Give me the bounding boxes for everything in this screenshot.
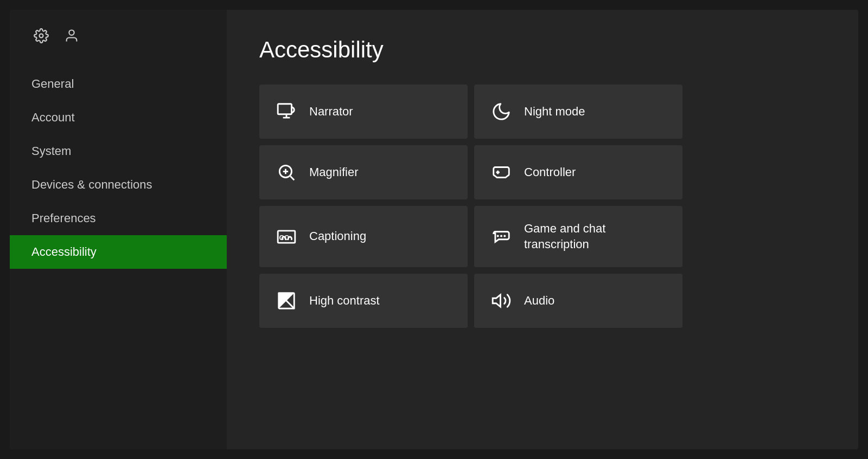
controller-label: Controller (524, 165, 576, 180)
sidebar-icons (10, 26, 227, 67)
svg-point-1 (69, 30, 74, 35)
svg-line-4 (290, 176, 294, 180)
main-container: General Account System Devices & connect… (10, 10, 858, 449)
accessibility-grid: Narrator Night mode (259, 85, 682, 328)
night-mode-button[interactable]: Night mode (474, 85, 682, 139)
sidebar-nav: General Account System Devices & connect… (10, 67, 227, 269)
outer-border: General Account System Devices & connect… (0, 0, 868, 459)
captioning-button[interactable]: CC Captioning (259, 206, 468, 267)
controller-icon (490, 161, 512, 183)
sidebar-item-accessibility[interactable]: Accessibility (10, 235, 227, 269)
sidebar-item-devices[interactable]: Devices & connections (10, 168, 227, 202)
high-contrast-label: High contrast (309, 293, 380, 309)
magnifier-icon (276, 161, 297, 183)
sidebar-item-general[interactable]: General (10, 67, 227, 101)
sidebar: General Account System Devices & connect… (10, 10, 227, 449)
svg-text:CC: CC (279, 234, 289, 241)
game-chat-transcription-icon (490, 226, 512, 248)
content-area: Accessibility Narrator (227, 10, 858, 449)
svg-rect-2 (278, 104, 291, 114)
high-contrast-button[interactable]: High contrast (259, 274, 468, 328)
svg-point-0 (40, 34, 43, 38)
game-chat-transcription-label: Game and chat transcription (524, 221, 605, 252)
high-contrast-icon (276, 290, 297, 312)
captioning-icon: CC (276, 226, 297, 248)
sidebar-item-system[interactable]: System (10, 134, 227, 168)
night-mode-icon (490, 101, 512, 122)
settings-icon[interactable] (31, 26, 51, 46)
profile-icon[interactable] (62, 26, 81, 46)
audio-button[interactable]: Audio (474, 274, 682, 328)
page-title: Accessibility (259, 37, 826, 63)
narrator-icon (276, 101, 297, 122)
captioning-label: Captioning (309, 229, 366, 244)
night-mode-label: Night mode (524, 104, 585, 120)
sidebar-item-account[interactable]: Account (10, 101, 227, 134)
audio-label: Audio (524, 293, 554, 309)
audio-icon (490, 290, 512, 312)
magnifier-label: Magnifier (309, 165, 358, 180)
sidebar-item-preferences[interactable]: Preferences (10, 202, 227, 235)
svg-marker-13 (493, 295, 500, 307)
narrator-button[interactable]: Narrator (259, 85, 468, 139)
game-chat-transcription-button[interactable]: Game and chat transcription (474, 206, 682, 267)
narrator-label: Narrator (309, 104, 353, 120)
controller-button[interactable]: Controller (474, 145, 682, 199)
magnifier-button[interactable]: Magnifier (259, 145, 468, 199)
